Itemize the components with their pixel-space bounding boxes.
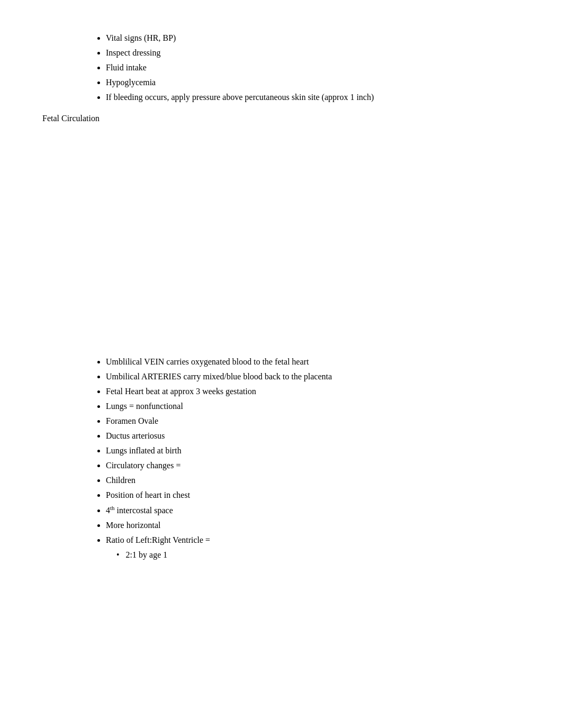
section-heading: Fetal Circulation [42, 112, 520, 125]
list-item: Ductus arteriosus [106, 430, 520, 442]
list-item: Hypoglycemia [106, 76, 520, 89]
list-item: Ratio of Left:Right Ventricle = [106, 534, 520, 547]
list-item: Lungs = nonfunctional [106, 400, 520, 413]
list-item: Umblilical VEIN carries oxygenated blood… [106, 356, 520, 368]
list-item: Fetal Heart beat at approx 3 weeks gesta… [106, 385, 520, 398]
list-item: If bleeding occurs, apply pressure above… [106, 91, 520, 104]
list-item: • 2:1 by age 1 [116, 549, 520, 561]
bottom-bullet-list: Umblilical VEIN carries oxygenated blood… [42, 356, 520, 561]
list-item: Vital signs (HR, BP) [106, 32, 520, 44]
list-item: Circulatory changes = [106, 459, 520, 472]
list-item-text: 4th intercostal space [106, 506, 173, 515]
list-item: Position of heart in chest [106, 489, 520, 502]
superscript: th [110, 505, 115, 511]
spacer [42, 133, 520, 356]
list-item: Umbilical ARTERIES carry mixed/blue bloo… [106, 370, 520, 383]
top-bullet-list: Vital signs (HR, BP) Inspect dressing Fl… [42, 32, 520, 104]
list-item: 4th intercostal space [106, 504, 520, 517]
list-item: Foramen Ovale [106, 415, 520, 427]
list-item: Lungs inflated at birth [106, 444, 520, 457]
list-item: Inspect dressing [106, 47, 520, 59]
list-item: Children [106, 474, 520, 487]
list-item: Fluid intake [106, 61, 520, 74]
list-item-text: • 2:1 by age 1 [116, 550, 167, 559]
list-item: More horizontal [106, 519, 520, 532]
